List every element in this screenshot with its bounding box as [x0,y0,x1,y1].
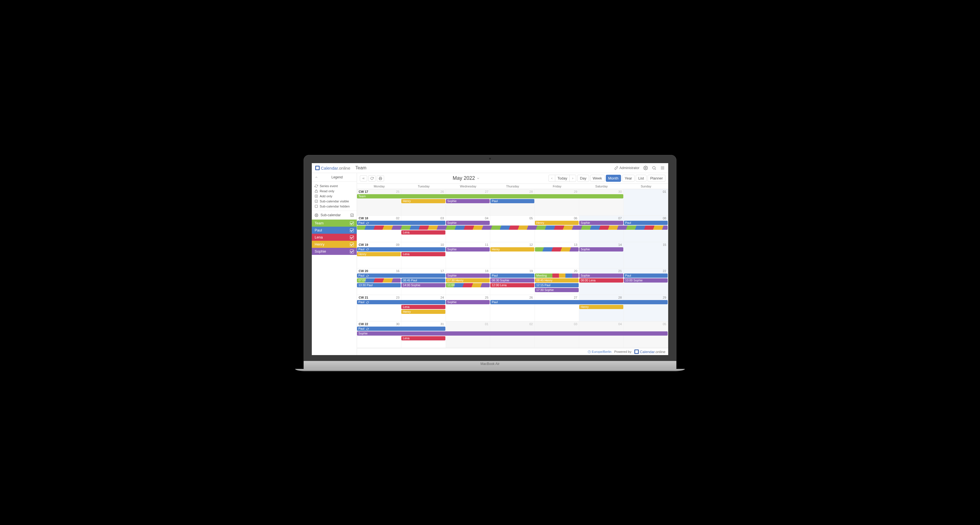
event-bar[interactable]: 08:45 Paul [401,278,445,282]
event-bar[interactable]: Sophie [446,300,490,304]
view-month-button[interactable]: Month [606,175,621,182]
day-cell[interactable]: 11 [446,242,490,268]
calendar-toolbar: May 2022 Today DayWeekMonthYearListPlann… [357,173,668,184]
settings-button[interactable] [643,166,648,170]
subcalendar-name: Sophie [315,249,326,254]
day-cell[interactable]: 23CW 21 [357,295,401,321]
event-bar[interactable] [535,247,579,252]
legend-header[interactable]: Legend [312,173,357,182]
event-bar[interactable]: Team [357,194,623,198]
event-bar[interactable]: Paul [624,221,668,225]
search-button[interactable] [652,166,656,170]
svg-line-2 [655,169,656,170]
subcalendar-item[interactable]: Paul [312,227,357,234]
checkbox-icon [350,249,354,254]
event-bar[interactable]: 07:30 Henry [446,278,490,282]
day-cell[interactable]: 01 [624,189,668,216]
check-icon[interactable] [350,213,354,217]
event-bar[interactable]: Paul [624,273,668,278]
refresh-button[interactable] [368,175,375,181]
event-bar[interactable]: Paul [490,199,534,203]
admin-link[interactable]: Administrator [614,166,640,170]
subcalendar-item[interactable]: Sophie [312,248,357,255]
event-bar[interactable] [357,225,668,230]
event-bar[interactable]: 08:30 Sophie [490,278,534,282]
event-bar[interactable]: Lena [401,252,445,256]
gear-icon[interactable] [315,213,318,217]
day-cell[interactable]: 27 [535,295,579,321]
event-bar[interactable]: 14:00 Sophie [401,283,445,287]
event-bar[interactable]: Sophie [446,221,490,225]
event-bar[interactable]: Lena [401,305,445,309]
event-bar[interactable]: Henry [401,199,445,203]
weekday-header: Tuesday [401,184,445,189]
view-planner-button[interactable]: Planner [648,175,665,182]
footer-brand[interactable]: Calendar.online [634,349,665,354]
view-list-button[interactable]: List [636,175,646,182]
event-bar[interactable]: Henry [401,309,445,314]
view-day-button[interactable]: Day [577,175,589,182]
day-cell[interactable]: 25 [446,295,490,321]
day-number: 14 [618,243,622,246]
event-bar[interactable]: Paul [357,327,445,331]
event-bar[interactable]: Paul [490,300,668,304]
event-bar[interactable]: Sophie [579,221,623,225]
event-bar[interactable]: Paul [357,273,445,278]
event-bar[interactable]: Lena [401,230,445,235]
date-title[interactable]: May 2022 [384,175,549,181]
event-bar[interactable]: Henry [579,305,623,309]
subcalendar-item[interactable]: Lena [312,234,357,241]
event-bar[interactable]: 08:45 Henry [535,278,579,282]
event-bar[interactable]: Henry [535,221,579,225]
day-cell[interactable]: 15 [624,242,668,268]
event-bar[interactable]: Sophie [446,199,490,203]
day-cell[interactable]: 14 [579,242,624,268]
event-bar[interactable]: Paul [357,247,445,252]
event-bar[interactable]: 07:00 [357,278,401,282]
next-button[interactable] [570,175,576,182]
subcalendar-item[interactable]: Henry [312,241,357,248]
timezone-link[interactable]: Europe/Berlin [588,350,611,354]
print-button[interactable] [377,175,384,181]
day-cell[interactable]: 26 [490,295,535,321]
menu-button[interactable] [660,166,665,170]
event-bar[interactable]: Henry [357,252,401,256]
day-cell[interactable]: 29 [535,189,579,216]
day-cell[interactable]: 25CW 17 [357,189,401,216]
view-week-button[interactable]: Week [590,175,605,182]
legend-item: Series event [315,184,354,189]
event-bar[interactable]: Meeting [535,273,579,278]
prev-button[interactable] [549,175,555,182]
event-bar[interactable]: 08:00 Lena [579,278,623,282]
collapse-sidebar-button[interactable] [360,175,367,181]
event-bar[interactable]: 17:30 Sophie [535,288,579,292]
subcalendar-item[interactable]: Team [312,220,357,227]
view-year-button[interactable]: Year [622,175,635,182]
event-bar[interactable]: 10:00 Sophie [624,278,668,282]
event-bar[interactable]: 12:00 Lena [490,283,534,287]
day-number: 15 [663,243,666,246]
event-bar[interactable]: Henry [490,247,534,252]
weekday-header: Friday [535,184,579,189]
day-cell[interactable]: 30 [579,189,624,216]
event-bar[interactable]: Paul [490,273,534,278]
event-bar[interactable]: Paul [357,300,445,304]
day-cell[interactable]: 29 [624,295,668,321]
today-button[interactable]: Today [555,175,570,182]
event-bar[interactable]: 12:15 Paul [535,283,579,287]
day-number: 18 [485,269,488,273]
week-row: 16CW 20171819202122Paul SophiePaulMeetin… [357,268,668,295]
event-bar[interactable]: Sophie [446,273,490,278]
day-number: 28 [618,296,622,299]
event-bar[interactable]: 13:30 Paul [357,283,401,287]
event-bar[interactable]: Sophie [579,273,623,278]
day-cell[interactable]: 12 [490,242,535,268]
event-bar[interactable]: 11:00 [446,283,490,287]
event-bar[interactable]: Lena [401,336,445,340]
event-bar[interactable]: Sophie [446,247,490,252]
event-bar[interactable]: Paul [357,221,445,225]
event-bar[interactable]: Sophie [579,247,623,252]
event-bar[interactable]: Sophie [357,331,668,336]
brand-logo[interactable]: Calendar.online [315,166,350,170]
day-cell[interactable]: 13 [535,242,579,268]
